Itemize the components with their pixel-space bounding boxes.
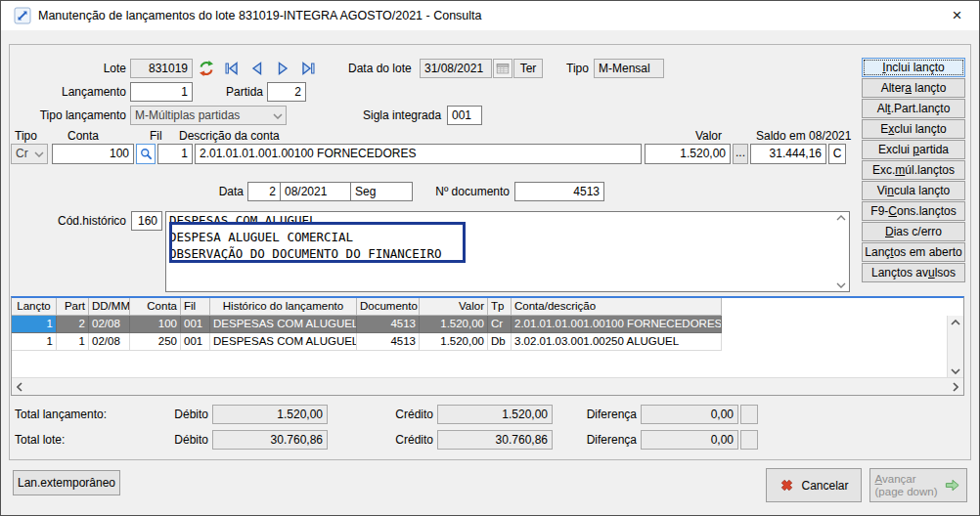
diff-indicator-box [740,405,758,424]
app-icon [14,7,31,24]
refresh-button[interactable] [197,60,216,77]
grid-cell: 1 [12,333,57,351]
entry-conta-field[interactable]: 100 [52,144,134,164]
entry-tipo-value: Cr [16,147,28,160]
grid-cell: 001 [181,316,210,333]
saldo-field: 31.444,16 [750,144,826,164]
valor-more-button[interactable]: ... [733,144,748,164]
debito-label: Débito [148,430,208,450]
last-record-icon [299,60,317,77]
chevron-down-icon[interactable] [951,368,960,374]
exclui-partida-button[interactable]: Exclui partida [862,140,965,159]
data-lote-label: Data do lote [348,59,412,78]
grid-row[interactable]: 1102/08250001DESPESAS COM ALUGUEL45131.5… [12,333,963,351]
refresh-icon [198,60,215,77]
nav-first-button[interactable] [222,60,242,77]
cancel-button[interactable]: Cancelar [766,468,862,502]
nav-previous-button[interactable] [247,60,267,77]
entry-valor-field[interactable]: 1.520,00 [645,144,731,164]
sigla-field[interactable]: 001 [447,106,482,125]
total-lancamento-debito-field: 1.520,00 [212,405,328,424]
diferenca-label: Diferença [576,430,637,450]
next-record-icon [274,60,291,77]
data-lote-field: 31/08/2021 [420,59,492,78]
grid-row[interactable]: 1202/08100001DESPESAS COM ALUGUEL45131.5… [12,316,963,333]
grid-cell: DESPESAS COM ALUGUEL [210,316,357,333]
grid-vscrollbar[interactable] [947,316,963,378]
window-title: Manutenção de lançamentos do lote 831019… [38,1,482,30]
search-icon [139,147,154,161]
exc-mul-lanctos-button[interactable]: Exc.múl.lançtos [862,160,965,180]
total-lote-diferenca-field: 0,00 [641,430,738,450]
documento-field[interactable]: 4513 [514,182,604,201]
entry-fil-field[interactable]: 1 [157,144,193,164]
lan-extemporaneo-button[interactable]: Lan.extemporâneo [13,470,120,495]
lancamento-field[interactable]: 1 [130,82,193,102]
credito-label: Crédito [373,430,433,450]
vincula-lancto-button[interactable]: Vincula lançto [862,181,965,200]
cancel-label: Cancelar [801,479,848,493]
data-label: Data [197,182,244,201]
grid-cell: DESPESAS COM ALUGUEL [210,333,357,351]
grid-header-cell: Documento [357,298,420,316]
historico-code-field[interactable]: 160 [131,211,162,231]
altera-lancto-button[interactable]: Altera lançto [862,78,965,98]
chevron-up-icon[interactable] [951,320,960,325]
lanctos-em-aberto-button[interactable]: Lançtos em aberto [862,242,965,262]
alt-part-lancto-button[interactable]: Alt.Part.lançto [862,99,965,118]
partida-label: Partida [210,82,263,102]
previous-record-icon [248,60,266,77]
entries-grid[interactable]: LançtoPartDD/MMContaFilHistórico do lanç… [11,296,964,396]
documento-label: Nº documento [422,182,510,201]
green-arrow-icon [943,477,961,494]
total-lote-debito-field: 30.760,86 [212,430,328,450]
chevron-left-icon[interactable] [17,382,22,392]
grid-header: LançtoPartDD/MMContaFilHistórico do lanç… [12,298,963,316]
col-fil-label: Fil [150,126,162,146]
nav-next-button[interactable] [273,60,292,77]
chevron-right-icon[interactable] [953,382,958,392]
entry-tipo-select: Cr [11,144,48,164]
sigla-label: Sigla integrada [363,106,441,125]
col-conta-label: Conta [67,126,99,146]
grid-header-cell: Fil [181,298,210,316]
data-day-field[interactable]: 2 [247,182,281,201]
lanctos-avulsos-button[interactable]: Lançtos avulsos [862,263,965,282]
grid-cell: 02/08 [89,333,130,351]
inclui-lancto-button[interactable]: Inclui lançto [862,58,965,77]
nav-last-button[interactable] [298,60,318,77]
close-button[interactable]: × [935,1,979,29]
dias-c-erro-button[interactable]: Dias c/erro [862,222,965,241]
total-lancamento-label: Total lançamento: [15,405,107,424]
calendar-button [493,59,512,78]
dialog-window: Manutenção de lançamentos do lote 831019… [0,0,980,516]
search-account-button[interactable] [136,144,156,164]
exclui-lancto-button[interactable]: Exclui lançto [862,119,965,139]
tipo-lancamento-select: M-Múltiplas partidas [130,106,287,125]
data-weekday-field: Seg [350,182,413,201]
col-valor-label: Valor [627,126,722,146]
grid-cell: 4513 [357,333,420,351]
partida-field[interactable]: 2 [267,82,306,102]
grid-header-cell: Part [57,298,89,316]
grid-cell: 2 [57,316,89,333]
red-x-icon [779,477,795,494]
calendar-icon [495,61,511,76]
grid-hscrollbar[interactable] [12,377,963,395]
tipo-label: Tipo [566,59,589,78]
grid-header-cell: Conta [130,298,181,316]
data-monthyear-field[interactable]: 08/2021 [280,182,351,201]
historico-label: Cód.histórico [28,211,126,231]
chevron-down-icon [34,151,44,157]
chevron-down-icon[interactable] [836,282,846,288]
grid-cell: 2.01.01.01.001.00100 FORNECEDORES [512,316,722,333]
diff-indicator-box [740,430,758,450]
grid-header-cell: Valor [420,298,488,316]
tipo-lancamento-value: M-Múltiplas partidas [135,108,240,122]
grid-cell: Cr [488,316,512,333]
forward-button[interactable]: Avançar(page down) [869,468,967,502]
entry-descricao-field[interactable]: 2.01.01.01.001.00100 FORNECEDORES [195,144,642,164]
diferenca-label: Diferença [576,405,637,424]
chevron-up-icon[interactable] [836,215,846,221]
f9-cons-lanctos-button[interactable]: F9-Cons.lançtos [862,201,965,221]
